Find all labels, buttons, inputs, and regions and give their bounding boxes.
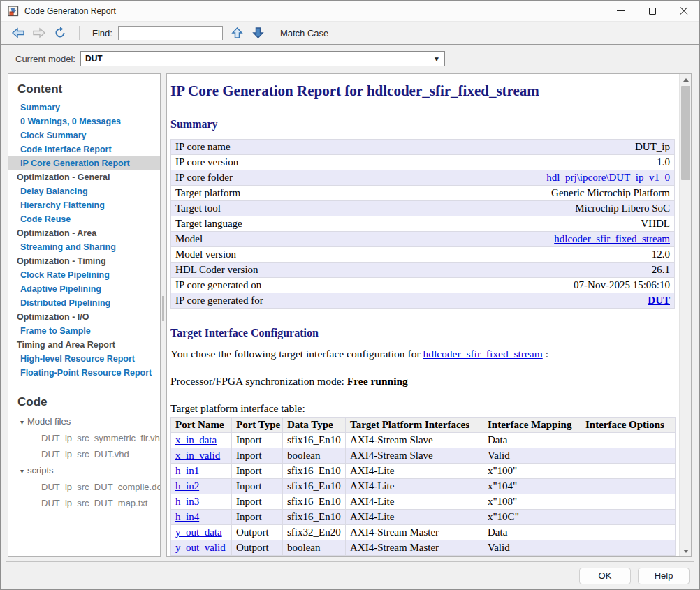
current-model-dropdown[interactable]: DUT ▼ <box>80 51 445 66</box>
report-app-icon <box>8 6 19 17</box>
code-tree-group[interactable]: ▾scripts <box>8 462 160 479</box>
maximize-button[interactable] <box>636 1 668 21</box>
close-icon <box>680 7 688 15</box>
sidebar-item[interactable]: Code Interface Report <box>8 142 160 156</box>
sidebar-item[interactable]: Summary <box>8 101 160 115</box>
interface-cell: x"100" <box>483 464 581 479</box>
summary-row-label: Model version <box>171 247 384 263</box>
find-next-button[interactable] <box>249 25 268 40</box>
sidebar-item[interactable]: Floating-Point Resource Report <box>8 366 160 380</box>
match-case-toggle[interactable]: Match Case <box>280 28 328 38</box>
sidebar-item[interactable]: Delay Balancing <box>8 184 160 198</box>
interface-column-header: Port Type <box>232 418 283 433</box>
content-row: Content Summary0 Warnings, 0 MessagesClo… <box>6 73 694 561</box>
sidebar-item[interactable]: Code Reuse <box>8 212 160 226</box>
scroll-down-button[interactable] <box>680 545 692 556</box>
port-name-link[interactable]: x_in_valid <box>175 450 220 461</box>
tree-expanded-icon: ▾ <box>20 418 24 426</box>
maximize-icon <box>649 8 656 15</box>
interface-cell: boolean <box>283 540 346 556</box>
port-name-cell: y_out_valid <box>171 540 232 556</box>
interface-cell <box>581 479 676 494</box>
interface-cell: Inport <box>232 510 283 525</box>
summary-row-value: 12.0 <box>384 247 675 263</box>
summary-row-label: Model <box>171 232 384 247</box>
port-name-link[interactable]: h_in1 <box>175 465 199 476</box>
summary-row-label: IP core generated on <box>171 278 384 293</box>
port-name-link[interactable]: h_in4 <box>175 511 199 522</box>
sidebar-item[interactable]: Adaptive Pipelining <box>8 282 160 296</box>
interface-table-body: x_in_dataInportsfix16_En10AXI4-Stream Sl… <box>171 433 676 556</box>
help-button[interactable]: Help <box>638 568 690 584</box>
close-button[interactable] <box>668 1 699 21</box>
sidebar-item[interactable]: Hierarchy Flattening <box>8 198 160 212</box>
scroll-up-button[interactable] <box>680 74 692 85</box>
ok-button[interactable]: OK <box>579 568 631 584</box>
summary-value-link[interactable]: hdlcoder_sfir_fixed_stream <box>554 233 670 244</box>
interface-row: h_in2Inportsfix16_En10AXI4-Litex"104" <box>171 479 676 494</box>
summary-row: IP core folderhdl_prj\ipcore\DUT_ip_v1_0 <box>171 170 675 186</box>
summary-row: Target toolMicrochip Libero SoC <box>171 201 675 216</box>
code-tree-file[interactable]: DUT_ip_src_symmetric_fir.vhd <box>8 430 160 446</box>
port-name-link[interactable]: h_in2 <box>175 480 199 492</box>
summary-row: Target languageVHDL <box>171 216 675 232</box>
summary-row-value: DUT <box>384 293 675 309</box>
sidebar-item[interactable]: 0 Warnings, 0 Messages <box>8 115 160 128</box>
port-name-cell: h_in3 <box>171 494 232 510</box>
summary-value-link[interactable]: DUT <box>648 295 670 306</box>
sidebar-item[interactable]: Streaming and Sharing <box>8 240 160 254</box>
code-tree-group[interactable]: ▾Model files <box>8 413 160 430</box>
sidebar-item[interactable]: High-level Resource Report <box>8 352 160 366</box>
interface-row: y_out_validOutportbooleanAXI4-Stream Mas… <box>171 540 676 556</box>
find-input[interactable] <box>118 26 223 40</box>
sidebar-item[interactable]: Frame to Sample <box>8 324 160 338</box>
sidebar-item[interactable]: IP Core Generation Report <box>8 156 160 170</box>
port-name-link[interactable]: h_in3 <box>175 496 199 507</box>
interface-cell: Inport <box>232 448 283 464</box>
summary-table-body: IP core nameDUT_ipIP core version1.0IP c… <box>171 140 675 309</box>
vertical-scrollbar[interactable] <box>679 74 691 556</box>
back-button[interactable] <box>9 25 27 40</box>
model-link[interactable]: hdlcoder_sfir_fixed_stream <box>423 348 542 360</box>
summary-row: IP core generated on07-Nov-2025 15:06:10 <box>171 278 675 293</box>
find-previous-button[interactable] <box>228 25 247 40</box>
minimize-button[interactable] <box>605 1 636 21</box>
tic-text-prefix: You chose the following target interface… <box>170 348 423 360</box>
sidebar-item[interactable]: Clock Summary <box>8 128 160 142</box>
find-up-icon <box>231 27 243 39</box>
port-name-link[interactable]: y_out_valid <box>175 542 226 553</box>
scrollbar-thumb[interactable] <box>681 86 690 180</box>
code-tree-file[interactable]: DUT_ip_src_DUT_compile.do <box>8 479 160 495</box>
port-name-cell: h_in4 <box>171 510 232 525</box>
code-tree-file[interactable]: DUT_ip_src_DUT.vhd <box>8 446 160 462</box>
summary-row-value: 26.1 <box>384 263 675 278</box>
find-label: Find: <box>92 28 112 38</box>
port-name-link[interactable]: y_out_data <box>175 526 222 538</box>
interface-cell <box>581 494 676 510</box>
report-content: IP Core Generation Report for hdlcoder_s… <box>167 74 679 556</box>
interface-cell: Valid <box>483 540 581 556</box>
forward-arrow-icon <box>32 27 46 38</box>
interface-cell: AXI4-Lite <box>346 494 483 510</box>
port-name-link[interactable]: x_in_data <box>175 434 217 445</box>
interface-cell: Data <box>483 525 581 540</box>
summary-row-label: IP core generated for <box>171 293 384 309</box>
summary-value-link[interactable]: hdl_prj\ipcore\DUT_ip_v1_0 <box>546 172 670 183</box>
code-tree-file[interactable]: DUT_ip_src_DUT_map.txt <box>8 495 160 511</box>
forward-button[interactable] <box>30 25 48 40</box>
interface-cell <box>581 510 676 525</box>
find-down-icon <box>252 27 264 39</box>
target-interface-text: You chose the following target interface… <box>170 348 679 360</box>
interface-row: x_in_dataInportsfix16_En10AXI4-Stream Sl… <box>171 433 676 448</box>
sidebar-item[interactable]: Clock Rate Pipelining <box>8 268 160 282</box>
interface-cell: boolean <box>283 448 346 464</box>
sidebar-splitter[interactable] <box>161 73 166 557</box>
summary-row-value: hdlcoder_sfir_fixed_stream <box>384 232 675 247</box>
footer: OK Help <box>6 562 694 589</box>
refresh-button[interactable] <box>51 25 69 40</box>
summary-row-label: IP core name <box>171 140 384 155</box>
summary-row-label: Target language <box>171 216 384 232</box>
interface-cell: Inport <box>232 479 283 494</box>
summary-row: Target platformGeneric Microchip Platfor… <box>171 186 675 201</box>
sidebar-item[interactable]: Distributed Pipelining <box>8 296 160 310</box>
